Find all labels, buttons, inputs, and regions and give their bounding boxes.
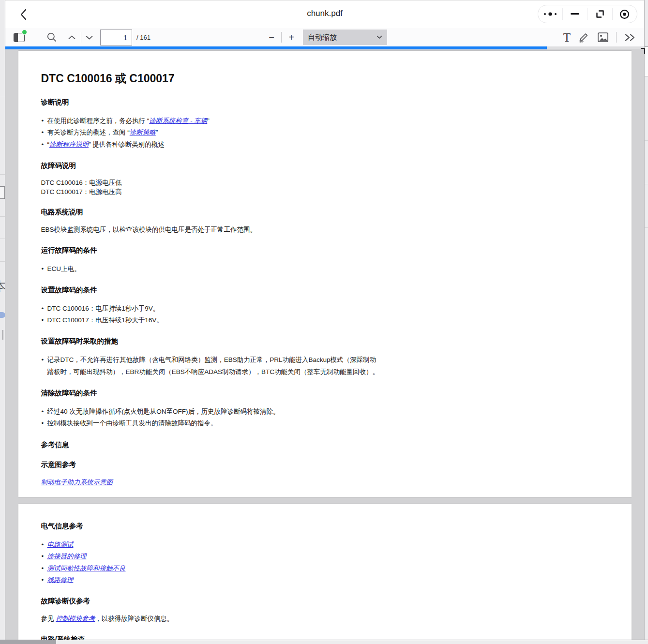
chevron-down-icon — [85, 35, 93, 40]
next-page-button[interactable] — [85, 35, 93, 40]
bottom-edge-light-segment — [56, 640, 648, 644]
bullet-list: 电路测试连接器的修理测试间歇性故障和接触不良线路修理 — [41, 539, 380, 586]
doc-link[interactable]: 诊断程序说明 — [49, 141, 89, 148]
bullet-list: 记录DTC，不允许再进行其他故障（含电气和网络类）监测，EBS助力正常，PRL功… — [41, 354, 380, 378]
add-image-button[interactable] — [598, 32, 608, 42]
section-heading: 示意图参考 — [41, 460, 380, 469]
more-tools-button[interactable] — [624, 33, 636, 42]
section-heading: 电路系统说明 — [41, 208, 380, 217]
minimize-icon — [571, 13, 579, 15]
restore-icon — [595, 9, 605, 19]
ellipsis-icon — [543, 12, 558, 16]
bullet-item: 有关诊断方法的概述，查阅 “诊断策略” — [41, 127, 380, 138]
bullet-list: 经过40 次无故障操作循环(点火钥匙从ON至OFF)后，历史故障诊断码将被清除。… — [41, 406, 380, 430]
find-button[interactable] — [46, 32, 57, 43]
previous-page-button[interactable] — [68, 35, 76, 40]
bullet-item: 线路修理 — [41, 574, 380, 586]
section-heading: 设置故障码时采取的措施 — [41, 337, 380, 346]
zoom-out-button[interactable]: − — [267, 32, 276, 43]
doc-link[interactable]: 连接器的修理 — [47, 553, 87, 560]
doc-link[interactable]: 电路测试 — [47, 541, 74, 548]
zoom-in-button[interactable]: + — [286, 32, 296, 43]
bottom-edge-dark-segment — [0, 640, 56, 644]
divider — [645, 227, 648, 228]
window-controls — [538, 5, 637, 23]
divider — [281, 32, 282, 43]
section-heading: 运行故障码的条件 — [41, 246, 380, 255]
section-heading: 参考信息 — [41, 440, 380, 449]
clipped-panel-fragment — [645, 46, 648, 76]
divider — [0, 239, 5, 239]
pencil-icon — [578, 31, 590, 43]
bullet-item: “诊断程序说明” 提供各种诊断类别的概述 — [41, 139, 380, 150]
toggle-sidebar-button[interactable] — [13, 32, 25, 42]
background-window-left-edge: 本 — [0, 0, 5, 644]
screen: 本 chunk.pdf — [0, 0, 648, 644]
draw-tool-button[interactable] — [578, 31, 590, 43]
notification-dot — [22, 30, 27, 35]
bullet-item: 经过40 次无故障操作循环(点火钥匙从ON至OFF)后，历史故障诊断码将被清除。 — [41, 406, 380, 418]
doc-title: DTC C100016 或 C100017 — [41, 71, 380, 86]
bullet-item: 连接器的修理 — [41, 551, 380, 562]
bullet-item: ECU上电。 — [41, 263, 380, 275]
pdf-toolbar: / 161 − + 自动缩放 T — [5, 28, 644, 46]
text-line: DTC C100016：电源电压低 — [41, 179, 380, 188]
minimize-button[interactable] — [563, 5, 587, 23]
section-heading: 清除故障码的条件 — [41, 389, 380, 398]
divider — [0, 216, 5, 217]
page-count-label: / 161 — [136, 34, 151, 41]
text-tool-button[interactable]: T — [563, 31, 571, 44]
doc-link[interactable]: 诊断系统检查 - 车辆 — [149, 117, 207, 124]
clipped-text-fragment: 本 — [0, 278, 5, 294]
doc-link[interactable]: 测试间歇性故障和接触不良 — [47, 565, 126, 572]
section-heading: 诊断说明 — [41, 98, 380, 107]
text-line: DTC C100017：电源电压高 — [41, 188, 380, 197]
divider — [81, 32, 81, 43]
paragraph: 参见 控制模块参考，以获得故障诊断仪信息。 — [41, 614, 380, 624]
clipped-divider-fragment — [2, 330, 3, 340]
pdf-viewer-area[interactable]: DTC C100016 或 C100017诊断说明在使用此诊断程序之前，务必执行… — [5, 49, 644, 644]
divider — [0, 174, 5, 175]
paragraph: 制动电子助力系统示意图 — [41, 478, 380, 488]
bullet-item: DTC C100016：电压持续1秒小于9V。 — [41, 303, 380, 315]
doc-link[interactable]: 诊断策略 — [130, 129, 156, 136]
divider — [645, 140, 648, 141]
section-heading: 故障码说明 — [41, 161, 380, 170]
bullet-item: 在使用此诊断程序之前，务必执行 “诊断系统检查 - 车辆” — [41, 115, 380, 127]
double-chevron-right-icon — [624, 33, 636, 42]
more-options-button[interactable] — [538, 5, 562, 23]
divider — [0, 97, 5, 97]
clipped-icon-fragment — [0, 312, 5, 318]
section-heading: 故障诊断仪参考 — [41, 597, 380, 606]
section-heading: 电气信息参考 — [41, 522, 380, 531]
chevron-down-icon — [377, 35, 382, 39]
zoom-mode-select[interactable]: 自动缩放 — [303, 30, 387, 45]
bullet-item: DTC C100017：电压持续1秒大于16V。 — [41, 315, 380, 326]
divider — [616, 32, 617, 43]
pdf-page-2: 电气信息参考电路测试连接器的修理测试间歇性故障和接触不良线路修理故障诊断仪参考参… — [18, 504, 632, 644]
doc-link[interactable]: 控制模块参考 — [56, 615, 95, 622]
divider — [645, 184, 648, 184]
paragraph: DTC C100016：电源电压低DTC C100017：电源电压高 — [41, 179, 380, 197]
circle-dot-icon — [619, 9, 630, 20]
paragraph: EBS模块监测系统电压，以检查该模块的供电电压是否处于正常工作范围。 — [41, 225, 380, 235]
section-heading: 设置故障码的条件 — [41, 285, 380, 295]
bullet-list: ECU上电。 — [41, 263, 380, 275]
page-number-input[interactable] — [100, 30, 132, 45]
bullet-item: 控制模块接收到一个由诊断工具发出的清除故障码的指令。 — [41, 418, 380, 429]
doc-link[interactable]: 线路修理 — [47, 576, 74, 584]
chevron-up-icon — [68, 35, 76, 40]
doc-link[interactable]: 制动电子助力系统示意图 — [41, 479, 113, 486]
image-icon — [598, 32, 608, 42]
cursor-fragment — [641, 48, 645, 54]
background-window-right-edge — [644, 0, 648, 644]
divider — [0, 261, 5, 262]
bullet-item: 测试间歇性故障和接触不良 — [41, 563, 380, 574]
clipped-list-item — [0, 186, 5, 199]
pdf-viewer-window: chunk.pdf — [5, 0, 644, 644]
bullet-list: 在使用此诊断程序之前，务必执行 “诊断系统检查 - 车辆”有关诊断方法的概述，查… — [41, 115, 380, 150]
restore-button[interactable] — [588, 5, 612, 23]
bullet-item: 电路测试 — [41, 539, 380, 551]
float-record-button[interactable] — [613, 5, 637, 23]
bullet-list: DTC C100016：电压持续1秒小于9V。DTC C100017：电压持续1… — [41, 303, 380, 327]
